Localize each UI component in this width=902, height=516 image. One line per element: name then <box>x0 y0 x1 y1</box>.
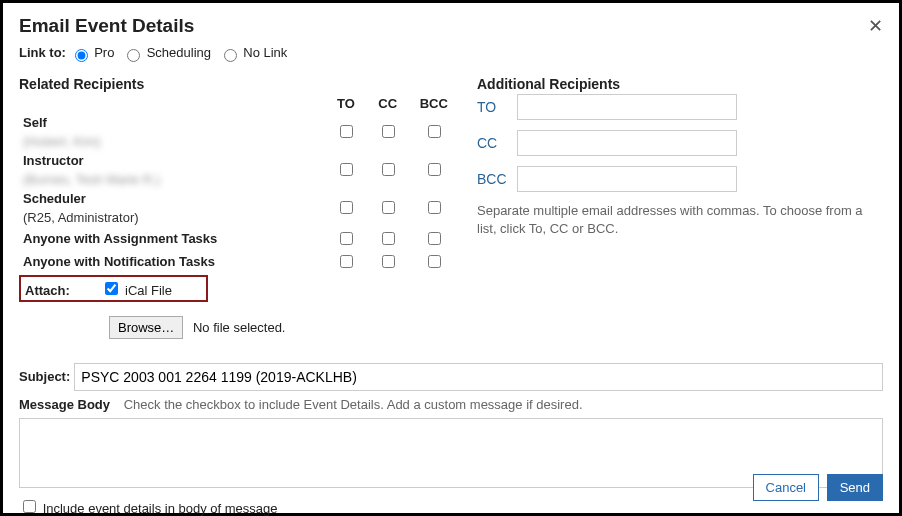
attach-ical-checkbox[interactable] <box>105 282 118 295</box>
link-to-text-nolink: No Link <box>243 45 287 60</box>
notification-cc-checkbox[interactable] <box>382 255 395 268</box>
close-icon[interactable]: ✕ <box>868 15 883 37</box>
message-body-hint: Check the checkbox to include Event Deta… <box>124 397 583 412</box>
assignment-to-checkbox[interactable] <box>340 232 353 245</box>
browse-button[interactable]: Browse… <box>109 316 183 339</box>
self-cc-checkbox[interactable] <box>382 125 395 138</box>
subject-input[interactable] <box>74 363 883 391</box>
instructor-cc-checkbox[interactable] <box>382 163 395 176</box>
additional-to-row: TO <box>477 94 883 120</box>
link-to-radio-nolink[interactable] <box>224 49 237 62</box>
additional-to-input[interactable] <box>517 94 737 120</box>
link-to-option-nolink[interactable]: No Link <box>219 45 288 60</box>
additional-bcc-row: BCC <box>477 166 883 192</box>
additional-to-link[interactable]: TO <box>477 99 517 115</box>
additional-cc-link[interactable]: CC <box>477 135 517 151</box>
additional-bcc-input[interactable] <box>517 166 737 192</box>
additional-cc-row: CC <box>477 130 883 156</box>
link-to-row: Link to: Pro Scheduling No Link <box>19 45 883 62</box>
assignment-bcc-checkbox[interactable] <box>428 232 441 245</box>
scheduler-to-checkbox[interactable] <box>340 201 353 214</box>
related-row-self: Self <box>19 113 459 132</box>
role-notification-tasks: Anyone with Notification Tasks <box>19 250 325 273</box>
additional-bcc-link[interactable]: BCC <box>477 171 517 187</box>
role-self-sub: (Hubert, Kim) <box>19 132 325 151</box>
link-to-label: Link to: <box>19 45 66 60</box>
role-assignment-tasks: Anyone with Assignment Tasks <box>19 227 325 250</box>
col-header-to: TO <box>325 94 367 113</box>
col-header-bcc: BCC <box>409 94 459 113</box>
attach-ical-option[interactable]: iCal File <box>101 283 172 298</box>
instructor-to-checkbox[interactable] <box>340 163 353 176</box>
self-to-checkbox[interactable] <box>340 125 353 138</box>
related-recipients-column: Related Recipients TO CC BCC Self (Huber… <box>19 76 459 349</box>
col-header-cc: CC <box>367 94 409 113</box>
role-instructor: Instructor <box>19 151 325 170</box>
additional-help-text: Separate multiple email addresses with c… <box>477 202 883 240</box>
notification-bcc-checkbox[interactable] <box>428 255 441 268</box>
related-recipients-table: TO CC BCC Self (Hubert, Kim) Instructor <box>19 94 459 273</box>
link-to-text-pro: Pro <box>94 45 114 60</box>
dialog-footer: Cancel Send <box>753 474 883 501</box>
related-row-notification: Anyone with Notification Tasks <box>19 250 459 273</box>
no-file-selected-text: No file selected. <box>193 320 286 335</box>
link-to-option-scheduling[interactable]: Scheduling <box>122 45 215 60</box>
include-details-checkbox[interactable] <box>23 500 36 513</box>
instructor-bcc-checkbox[interactable] <box>428 163 441 176</box>
additional-recipients-column: Additional Recipients TO CC BCC Separate… <box>459 76 883 349</box>
cancel-button[interactable]: Cancel <box>753 474 819 501</box>
related-recipients-heading: Related Recipients <box>19 76 459 92</box>
additional-cc-input[interactable] <box>517 130 737 156</box>
subject-row: Subject: <box>19 363 883 391</box>
related-row-instructor: Instructor <box>19 151 459 170</box>
link-to-option-pro[interactable]: Pro <box>70 45 118 60</box>
message-body-label: Message Body <box>19 397 110 412</box>
link-to-radio-scheduling[interactable] <box>127 49 140 62</box>
related-row-assignment: Anyone with Assignment Tasks <box>19 227 459 250</box>
related-row-scheduler: Scheduler <box>19 189 459 208</box>
role-scheduler-sub: (R25, Administrator) <box>19 208 325 227</box>
subject-label: Subject: <box>19 369 70 384</box>
include-details-option[interactable]: Include event details in body of message <box>19 501 278 516</box>
file-attach-row: Browse… No file selected. <box>109 316 459 339</box>
attach-ical-text: iCal File <box>125 283 172 298</box>
role-self: Self <box>19 113 325 132</box>
link-to-text-scheduling: Scheduling <box>147 45 211 60</box>
link-to-radio-pro[interactable] <box>75 49 88 62</box>
notification-to-checkbox[interactable] <box>340 255 353 268</box>
role-instructor-sub: (Burnes, Tesh Marie R.) <box>19 170 325 189</box>
attach-row-highlight: Attach: iCal File <box>19 275 208 302</box>
role-scheduler: Scheduler <box>19 189 325 208</box>
send-button[interactable]: Send <box>827 474 883 501</box>
scheduler-bcc-checkbox[interactable] <box>428 201 441 214</box>
additional-recipients-heading: Additional Recipients <box>477 76 883 92</box>
self-bcc-checkbox[interactable] <box>428 125 441 138</box>
attach-label: Attach: <box>25 283 70 298</box>
email-event-details-dialog: ✕ Email Event Details Link to: Pro Sched… <box>0 0 902 516</box>
include-details-text: Include event details in body of message <box>43 501 278 516</box>
scheduler-cc-checkbox[interactable] <box>382 201 395 214</box>
dialog-title: Email Event Details <box>19 15 883 37</box>
assignment-cc-checkbox[interactable] <box>382 232 395 245</box>
